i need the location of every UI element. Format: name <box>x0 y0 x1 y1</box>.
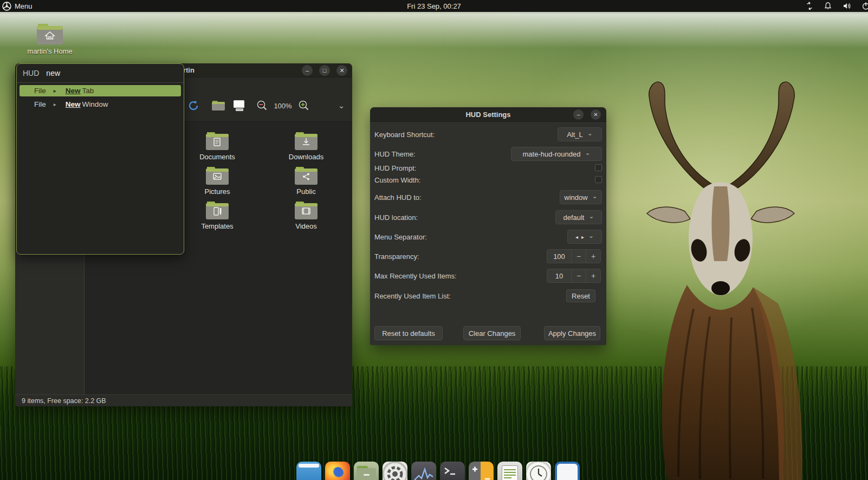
reset-to-defaults-button[interactable]: Reset to defaults <box>374 326 443 340</box>
hud-settings-title: HUD Settings <box>370 107 606 122</box>
close-button[interactable]: ✕ <box>336 65 347 76</box>
folder-icon <box>294 131 318 151</box>
chevron-down-icon: ⌄ <box>588 212 594 220</box>
panel-clock[interactable]: Fri 23 Sep, 00:27 <box>0 2 868 10</box>
dropdown-value: mate-hud-rounded <box>522 150 580 158</box>
text-editor-icon[interactable] <box>497 462 522 480</box>
terminal-icon[interactable] <box>440 462 465 480</box>
folder-documents[interactable]: Documents <box>185 131 250 161</box>
open-folder-icon[interactable] <box>211 100 225 112</box>
setting-label: Max Recently Used Items: <box>374 272 457 280</box>
decrement-button[interactable]: − <box>571 269 586 282</box>
home-icon-label: martin's Home <box>17 47 82 55</box>
apply-changes-button[interactable]: Apply Changes <box>544 326 600 340</box>
home-desktop-icon[interactable]: martin's Home <box>17 23 82 55</box>
toolbar-overflow-chevron-icon[interactable]: ⌄ <box>338 101 345 111</box>
hud-theme-dropdown[interactable]: mate-hud-rounded ⌄ <box>511 147 602 161</box>
folder-public[interactable]: Public <box>274 166 339 196</box>
welcome-icon[interactable] <box>555 462 580 480</box>
power-icon[interactable] <box>861 2 868 10</box>
setting-label: HUD Prompt: <box>374 164 416 172</box>
chevron-down-icon: ⌄ <box>588 232 594 239</box>
setting-label: Recently Used Item List: <box>374 292 451 300</box>
calculator-icon[interactable] <box>469 462 494 480</box>
software-boutique-icon[interactable] <box>296 462 321 480</box>
hud-window: HUD new File ▸ New Tab File ▸ New Window <box>16 63 184 255</box>
file-manager-icon[interactable] <box>354 462 379 480</box>
folder-icon <box>205 131 229 151</box>
control-center-icon[interactable] <box>383 462 407 480</box>
dropdown-value: default <box>563 213 584 222</box>
setting-label: Keyboard Shortcut: <box>374 131 435 139</box>
zoom-level-label[interactable]: 100% <box>274 102 292 110</box>
setting-label: Attach HUD to: <box>374 193 422 202</box>
row-keyboard-shortcut: Keyboard Shortcut: Alt_L ⌄ <box>374 127 602 141</box>
match-text: New <box>66 100 81 108</box>
increment-button[interactable]: + <box>586 269 600 282</box>
clock-icon[interactable] <box>526 462 551 480</box>
folder-icon <box>205 200 229 220</box>
folder-icon <box>294 200 318 220</box>
row-custom-width: Custom Width: <box>374 176 602 184</box>
separator-right-icon: ▸ <box>581 234 584 240</box>
setting-label: Custom Width: <box>374 176 420 184</box>
keyboard-shortcut-dropdown[interactable]: Alt_L ⌄ <box>558 127 602 141</box>
computer-icon[interactable] <box>231 99 245 112</box>
rest-text: Tab <box>82 87 94 95</box>
folder-label: Downloads <box>274 153 339 161</box>
dropdown-value: window <box>564 193 587 202</box>
minimize-button[interactable]: – <box>573 109 584 120</box>
maximize-button[interactable]: □ <box>319 65 330 76</box>
system-monitor-icon[interactable] <box>411 462 436 480</box>
folder-downloads[interactable]: Downloads <box>274 131 339 161</box>
increment-button[interactable]: + <box>586 250 600 263</box>
rest-text: Window <box>82 100 108 108</box>
hud-result-new-window[interactable]: File ▸ New Window <box>20 99 181 110</box>
sync-indicator-icon[interactable] <box>805 2 814 10</box>
zoom-in-icon[interactable] <box>298 100 310 112</box>
folder-icon <box>294 166 318 185</box>
setting-label: Menu Separator: <box>374 233 427 241</box>
attach-hud-dropdown[interactable]: window ⌄ <box>560 190 602 204</box>
submenu-arrow-icon: ▸ <box>54 101 56 107</box>
chevron-down-icon: ⌄ <box>592 192 598 200</box>
folder-videos[interactable]: Videos <box>274 200 339 230</box>
volume-icon[interactable] <box>843 2 851 10</box>
hud-settings-window: HUD Settings – ✕ Keyboard Shortcut: Alt_… <box>370 107 606 345</box>
folder-templates[interactable]: Templates <box>185 200 250 230</box>
row-max-recent: Max Recently Used Items: 10 − + <box>374 269 602 283</box>
folder-icon <box>205 166 229 185</box>
hud-search-bar[interactable]: HUD new <box>17 64 184 83</box>
clear-changes-button[interactable]: Clear Changes <box>463 326 521 340</box>
folder-pictures[interactable]: Pictures <box>185 166 250 196</box>
row-transparency: Transparency: 100 − + <box>374 249 602 263</box>
hud-prompt-label: HUD <box>23 69 39 77</box>
refresh-button-icon[interactable] <box>187 100 199 112</box>
decrement-button[interactable]: − <box>571 250 586 263</box>
desktop: Menu Fri 23 Sep, 00:27 mart <box>0 0 868 480</box>
custom-width-checkbox[interactable] <box>595 176 602 183</box>
hud-prompt-checkbox[interactable] <box>595 164 602 171</box>
reset-recent-button[interactable]: Reset <box>566 289 595 302</box>
menu-separator-dropdown[interactable]: ◂ ▸ ⌄ <box>567 230 602 244</box>
firefox-icon[interactable] <box>325 462 350 480</box>
setting-label: HUD Theme: <box>374 150 416 158</box>
menu-path-label: File <box>34 87 46 95</box>
notifications-icon[interactable] <box>824 2 832 10</box>
separator-left-icon: ◂ <box>575 234 578 240</box>
hud-result-new-tab[interactable]: File ▸ New Tab <box>20 85 181 96</box>
row-hud-location: HUD location: default ⌄ <box>374 210 602 224</box>
setting-label: Transparency: <box>374 252 419 261</box>
home-folder-icon <box>36 23 64 46</box>
zoom-out-icon[interactable] <box>256 100 268 112</box>
hud-location-dropdown[interactable]: default ⌄ <box>555 210 602 224</box>
max-recent-spinner[interactable]: 10 − + <box>547 269 601 283</box>
close-button[interactable]: ✕ <box>591 109 601 120</box>
hud-settings-titlebar[interactable]: HUD Settings – ✕ <box>370 107 606 122</box>
top-panel: Menu Fri 23 Sep, 00:27 <box>0 0 868 12</box>
row-hud-prompt: HUD Prompt: <box>374 164 602 172</box>
dropdown-value: Alt_L <box>567 131 583 139</box>
transparency-spinner[interactable]: 100 − + <box>547 249 601 263</box>
minimize-button[interactable]: – <box>302 65 313 76</box>
hud-search-query: new <box>46 69 60 77</box>
